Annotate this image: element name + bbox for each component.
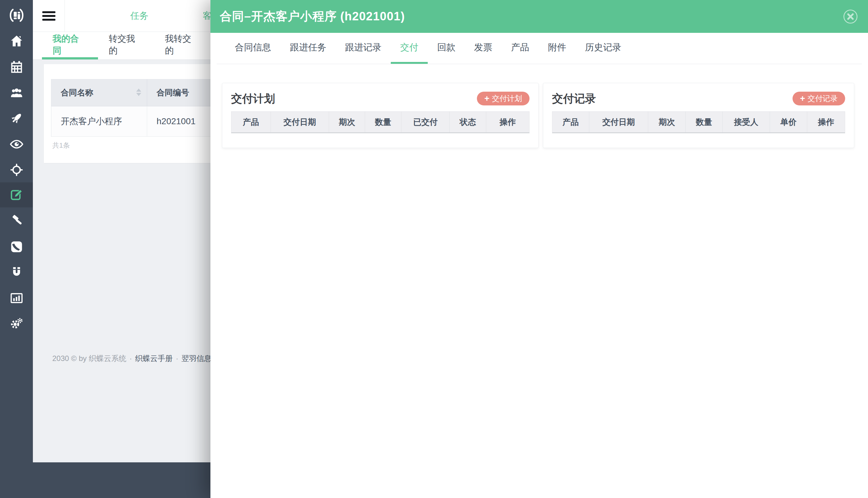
modal-title: 合同–开杰客户小程序 (h2021001) (220, 9, 405, 24)
hamburger-icon (42, 11, 55, 21)
sidebar-item-calls[interactable] (0, 234, 33, 259)
eye-icon (9, 137, 24, 152)
tab-my-contracts[interactable]: 我的合同 (42, 32, 98, 60)
app-logo-icon[interactable] (0, 4, 33, 26)
tab-follow-records[interactable]: 跟进记录 (336, 33, 391, 64)
home-icon (9, 34, 24, 48)
target-icon (9, 163, 24, 177)
tab-payments[interactable]: 回款 (428, 33, 465, 64)
rocket-icon (9, 111, 24, 126)
column-header-period: 期次 (648, 112, 686, 132)
column-header-actions: 操作 (486, 112, 529, 132)
sidebar-item-customers[interactable] (0, 80, 33, 105)
modal-header: 合同–开杰客户小程序 (h2021001) (210, 0, 868, 33)
delivery-record-table: 产品 交付日期 期次 数量 接受人 单价 操作 (552, 112, 845, 133)
column-header-contract-name[interactable]: 合同名称 (51, 79, 147, 106)
row-count-label: 共1条 (52, 141, 70, 150)
gavel-icon (9, 214, 24, 228)
footer: 2030 © by 织蝶云系统·织蝶云手册·翌羽信息科 (52, 353, 219, 364)
sidebar-item-home[interactable] (0, 28, 33, 53)
edit-icon (9, 188, 24, 202)
delivery-record-panel: 交付记录 + 交付记录 产品 交付日期 期次 数量 接受人 单价 操作 (543, 83, 854, 148)
tab-products[interactable]: 产品 (502, 33, 539, 64)
sort-carets-icon[interactable] (136, 89, 141, 97)
menu-toggle-button[interactable] (33, 0, 65, 31)
column-header-quantity: 数量 (686, 112, 723, 132)
sidebar (0, 0, 33, 498)
column-header-product: 产品 (552, 112, 589, 132)
contracts-tabstrip: 我的合同 转交我的 我转交的 (33, 32, 210, 60)
tab-delivery[interactable]: 交付 (391, 33, 428, 64)
sidebar-item-settings[interactable] (0, 311, 33, 336)
sidebar-item-bidding[interactable] (0, 209, 33, 234)
column-header-quantity: 数量 (365, 112, 401, 132)
column-header-actions: 操作 (807, 112, 845, 132)
modal-tabbar: 合同信息 跟进任务 跟进记录 交付 回款 发票 产品 附件 历史记录 (217, 33, 862, 64)
settings-gears-icon (9, 316, 24, 331)
plus-icon: + (800, 94, 805, 103)
sidebar-item-targets[interactable] (0, 157, 33, 182)
tab-attachments[interactable]: 附件 (539, 33, 576, 64)
delivery-panels: 交付计划 + 交付计划 产品 交付日期 期次 数量 已交付 状态 操作 交付记录 (222, 83, 856, 148)
manual-link[interactable]: 织蝶云手册 (135, 354, 173, 363)
column-header-delivery-date: 交付日期 (271, 112, 329, 132)
phone-icon (9, 240, 24, 254)
tab-transferred-by-me[interactable]: 我转交的 (154, 32, 210, 60)
column-header-period: 期次 (329, 112, 365, 132)
copyright-text: 2030 © by 织蝶云系统 (52, 354, 126, 363)
sidebar-item-leads[interactable] (0, 260, 33, 285)
top-nav-tasks[interactable]: 任务 (127, 0, 152, 31)
column-header-product: 产品 (231, 112, 271, 132)
tab-invoices[interactable]: 发票 (465, 33, 502, 64)
sidebar-item-calendar[interactable] (0, 54, 33, 79)
column-header-delivered: 已交付 (401, 112, 450, 132)
delivery-record-title: 交付记录 (552, 91, 596, 106)
delivery-plan-panel: 交付计划 + 交付计划 产品 交付日期 期次 数量 已交付 状态 操作 (222, 83, 539, 148)
tab-history[interactable]: 历史记录 (576, 33, 631, 64)
tab-contract-info[interactable]: 合同信息 (226, 33, 281, 64)
sidebar-item-contracts[interactable] (0, 182, 33, 207)
column-header-unit-price: 单价 (770, 112, 807, 132)
content-area: 合同名称 合同编号 开杰客户小程序 h2021001 共1条 (33, 60, 210, 462)
column-header-status: 状态 (450, 112, 486, 132)
tab-transferred-to-me[interactable]: 转交我的 (98, 32, 154, 60)
team-icon (9, 86, 24, 100)
close-icon[interactable] (843, 9, 858, 24)
main-area: 任务 客 我的合同 转交我的 我转交的 合同名称 合同编号 (33, 0, 210, 498)
delivery-plan-title: 交付计划 (231, 91, 275, 106)
contract-detail-modal: 合同–开杰客户小程序 (h2021001) 合同信息 跟进任务 跟进记录 交付 … (210, 0, 868, 498)
column-header-receiver: 接受人 (723, 112, 770, 132)
delivery-plan-table: 产品 交付日期 期次 数量 已交付 状态 操作 (231, 112, 529, 133)
sidebar-item-projects[interactable] (0, 106, 33, 131)
tab-follow-tasks[interactable]: 跟进任务 (281, 33, 336, 64)
report-chart-icon (9, 291, 24, 305)
column-header-delivery-date: 交付日期 (589, 112, 649, 132)
sidebar-item-reports[interactable] (0, 286, 33, 311)
sidebar-item-watch[interactable] (0, 132, 33, 157)
calendar-icon (9, 60, 24, 74)
plus-icon: + (484, 94, 489, 103)
cell-contract-name[interactable]: 开杰客户小程序 (51, 106, 147, 137)
add-delivery-plan-button[interactable]: + 交付计划 (477, 92, 529, 105)
magnet-icon (9, 265, 24, 279)
app-header: 任务 客 (33, 0, 210, 32)
add-delivery-record-button[interactable]: + 交付记录 (793, 92, 845, 105)
